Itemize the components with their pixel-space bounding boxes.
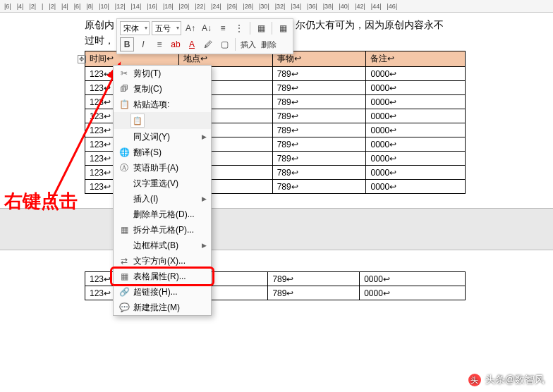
menu-chinese-reselect[interactable]: 汉字重选(V) bbox=[114, 176, 211, 191]
align-icon[interactable]: ≡ bbox=[152, 37, 166, 51]
menu-copy[interactable]: 🗊复制(C) bbox=[114, 81, 211, 97]
menu-translate[interactable]: 🌐翻译(S) bbox=[114, 145, 211, 160]
font-size-select[interactable]: 五号 bbox=[152, 21, 181, 35]
menu-new-comment[interactable]: 💬新建批注(M) bbox=[114, 300, 211, 315]
translate-icon: 🌐 bbox=[118, 147, 130, 157]
menu-split-cells[interactable]: ▦拆分单元格(P)... bbox=[114, 222, 211, 238]
highlight-icon[interactable]: 🖉 bbox=[201, 37, 215, 51]
annotation-text: 右键点击 bbox=[4, 189, 78, 214]
split-cells-icon: ▦ bbox=[118, 225, 130, 235]
menu-paste-options-label: 📋粘贴选项: bbox=[114, 97, 211, 112]
bold-button[interactable]: B bbox=[120, 37, 134, 51]
mini-toolbar: 宋体 五号 A↑ A↓ ≡ ⋮ ▦ ▦ B I ≡ ab A 🖉 ▢ 插入 删除 bbox=[116, 18, 293, 54]
hyperlink-icon: 🔗 bbox=[118, 287, 130, 297]
menu-delete-cells[interactable]: 删除单元格(D)... bbox=[114, 207, 211, 222]
number-list-icon[interactable]: ⋮ bbox=[232, 21, 246, 35]
font-family-select[interactable]: 宋体 bbox=[120, 21, 150, 35]
menu-insert[interactable]: 插入(I)▶ bbox=[114, 191, 211, 207]
menu-cut[interactable]: ✂剪切(T) bbox=[114, 66, 211, 81]
english-icon: Ⓐ bbox=[118, 162, 130, 174]
page-break-gap bbox=[0, 208, 553, 250]
menu-border-style[interactable]: 边框样式(B)▶ bbox=[114, 238, 211, 253]
watermark-text: 头条@数智风 bbox=[485, 374, 545, 386]
delete-label[interactable]: 删除 bbox=[260, 39, 278, 50]
watermark: 头 头条@数智风 bbox=[468, 374, 545, 386]
menu-text-direction[interactable]: ⇄文字方向(X)... bbox=[114, 253, 211, 269]
table-grid-icon[interactable]: ▦ bbox=[276, 21, 290, 35]
menu-synonyms[interactable]: 同义词(Y)▶ bbox=[114, 129, 211, 145]
table-icon[interactable]: ▦ bbox=[254, 21, 268, 35]
comment-icon: 💬 bbox=[118, 302, 130, 312]
copy-icon: 🗊 bbox=[118, 84, 130, 94]
cut-icon: ✂ bbox=[118, 68, 130, 78]
paste-options-row: 📋 bbox=[114, 112, 211, 129]
horizontal-ruler: |6||4||2|||2||4||6||8||10||12||14||16||1… bbox=[0, 0, 553, 13]
header-remark[interactable]: 备注↩ bbox=[366, 51, 466, 67]
paste-icon: 📋 bbox=[118, 99, 130, 109]
menu-table-properties[interactable]: ▦表格属性(R)... bbox=[114, 269, 211, 284]
menu-hyperlink[interactable]: 🔗超链接(H)... bbox=[114, 284, 211, 300]
paste-option-keep-source[interactable]: 📋 bbox=[130, 114, 145, 128]
increase-font-icon[interactable]: A↑ bbox=[183, 21, 198, 35]
border-icon[interactable]: ▢ bbox=[217, 37, 231, 51]
table-properties-icon: ▦ bbox=[118, 271, 130, 281]
watermark-icon: 头 bbox=[468, 374, 481, 386]
menu-english-helper[interactable]: Ⓐ英语助手(A) bbox=[114, 160, 211, 176]
context-menu: ✂剪切(T) 🗊复制(C) 📋粘贴选项: 📋 同义词(Y)▶ 🌐翻译(S) Ⓐ英… bbox=[113, 65, 212, 316]
decrease-font-icon[interactable]: A↓ bbox=[200, 21, 214, 35]
font-color-icon[interactable]: A bbox=[185, 37, 199, 51]
insert-label[interactable]: 插入 bbox=[239, 39, 257, 50]
table-move-handle[interactable]: ✥ bbox=[78, 55, 86, 63]
italic-button[interactable]: I bbox=[136, 37, 150, 51]
text-direction-icon: ⇄ bbox=[118, 256, 130, 266]
font-color-a-icon[interactable]: ab bbox=[169, 37, 183, 51]
bullet-list-icon[interactable]: ≡ bbox=[216, 21, 230, 35]
